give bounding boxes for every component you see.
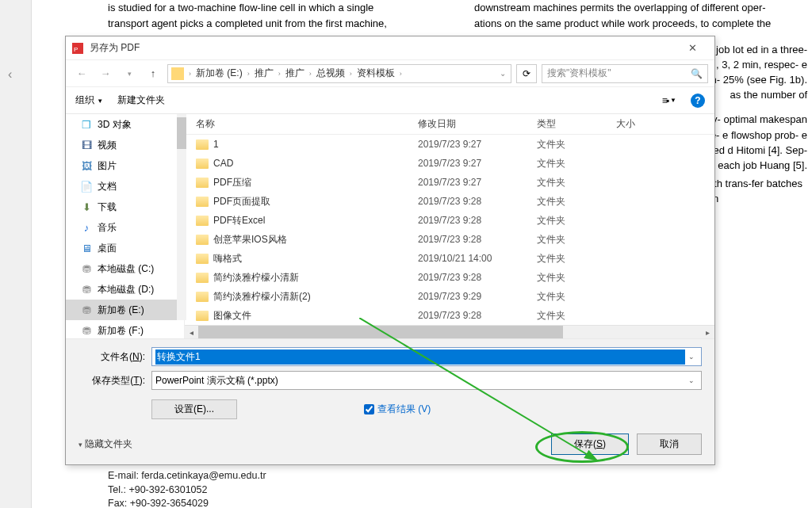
filename-input[interactable]: 转换文件1 ⌄ (151, 347, 702, 366)
doc-icon: 📄 (80, 180, 93, 193)
tree-label: 本地磁盘 (C:) (98, 262, 154, 276)
file-name: 图像文件 (213, 309, 251, 323)
col-name[interactable]: 名称 (196, 117, 418, 131)
file-row[interactable]: CAD2019/7/23 9:27文件夹 (185, 154, 714, 173)
save-as-dialog: P 另存为 PDF ✕ ← → ▾ ↑ › 新加卷 (E:)› 推广› 推广› … (65, 36, 715, 465)
bc-seg[interactable]: 新加卷 (E:) (193, 67, 246, 80)
tree-label: 3D 对象 (98, 118, 132, 132)
bg-text: is studied for a two-machine flow-line c… (108, 0, 457, 16)
tree-label: 音乐 (98, 221, 117, 235)
tree-item[interactable]: ⛃本地磁盘 (D:) (66, 279, 184, 300)
file-name: 简约淡雅柠檬小清新(2) (213, 290, 311, 304)
bc-seg[interactable]: 总视频 (313, 67, 348, 80)
tree-item[interactable]: 🎞视频 (66, 135, 184, 155)
nav-fwd-button[interactable]: → (96, 64, 115, 83)
film-icon: 🎞 (80, 139, 93, 151)
hide-folders-toggle[interactable]: 隐藏文件夹 (79, 437, 132, 451)
bc-seg[interactable]: 推广 (282, 67, 308, 80)
tree-item[interactable]: ⛃新加卷 (E:) (66, 300, 184, 320)
breadcrumb[interactable]: › 新加卷 (E:)› 推广› 推广› 总视频› 资料模板› ⌄ (167, 64, 511, 83)
tree-item[interactable]: ⬇下载 (66, 197, 184, 217)
filetype-select[interactable]: PowerPoint 演示文稿 (*.pptx) ⌄ (151, 371, 702, 390)
view-result-checkbox[interactable]: 查看结果 (V) (364, 403, 431, 416)
bc-seg[interactable]: 推广 (251, 67, 277, 80)
h-scrollbar[interactable]: ◂▸ (185, 325, 714, 338)
file-type: 文件夹 (537, 252, 616, 265)
filetype-label: 保存类型(T): (79, 374, 151, 388)
desktop-icon: 🖥 (80, 242, 93, 254)
tree-item[interactable]: ♪音乐 (66, 217, 184, 238)
file-type: 文件夹 (537, 138, 616, 151)
download-icon: ⬇ (80, 201, 93, 213)
tree-item[interactable]: 📄文档 (66, 176, 184, 197)
file-date: 2019/10/21 14:00 (418, 253, 537, 264)
search-icon: 🔍 (691, 68, 703, 79)
refresh-button[interactable]: ⟳ (516, 64, 537, 83)
file-row[interactable]: PDF压缩2019/7/23 9:27文件夹 (185, 173, 714, 192)
new-folder-button[interactable]: 新建文件夹 (117, 94, 165, 107)
view-mode-button[interactable]: ≡▪ ▼ (662, 95, 676, 106)
tree-label: 文档 (98, 180, 117, 193)
dialog-title: 另存为 PDF (90, 41, 676, 55)
search-placeholder: 搜索"资料模板" (547, 67, 611, 80)
file-date: 2019/7/23 9:28 (418, 310, 537, 321)
tree-item[interactable]: 🖥桌面 (66, 238, 184, 258)
help-button[interactable]: ? (691, 94, 705, 108)
file-name: PDF压缩 (213, 176, 251, 189)
settings-button[interactable]: 设置(E)... (151, 399, 237, 419)
organize-button[interactable]: 组织 ▼ (75, 94, 103, 107)
file-row[interactable]: PDF页面提取2019/7/23 9:28文件夹 (185, 192, 714, 211)
file-row[interactable]: 12019/7/23 9:27文件夹 (185, 135, 714, 154)
folder-icon (196, 311, 209, 321)
file-date: 2019/7/23 9:27 (418, 139, 537, 150)
file-name: 1 (213, 139, 219, 150)
close-button[interactable]: ✕ (676, 42, 708, 54)
file-date: 2019/7/23 9:28 (418, 272, 537, 283)
bg-tel: Tel.: +90-392-6301052 (108, 483, 266, 498)
tree-item[interactable]: ⛃本地磁盘 (C:) (66, 258, 184, 279)
nav-back-button[interactable]: ← (72, 64, 91, 83)
save-button[interactable]: 保存(S) (551, 434, 629, 455)
pdf-icon: P (72, 43, 83, 54)
file-name: 创意苹果IOS风格 (213, 233, 287, 246)
file-row[interactable]: 简约淡雅柠檬小清新2019/7/23 9:28文件夹 (185, 268, 714, 287)
file-date: 2019/7/23 9:28 (418, 234, 537, 245)
tree-label: 图片 (98, 159, 117, 173)
folder-icon (196, 139, 209, 150)
chevron-down-icon[interactable]: ⌄ (685, 353, 698, 361)
file-row[interactable]: 嗨格式2019/10/21 14:00文件夹 (185, 249, 714, 268)
file-row[interactable]: PDF转Excel2019/7/23 9:28文件夹 (185, 211, 714, 230)
music-icon: ♪ (80, 221, 93, 234)
file-row[interactable]: 创意苹果IOS风格2019/7/23 9:28文件夹 (185, 230, 714, 249)
file-name: 简约淡雅柠檬小清新 (213, 271, 299, 285)
tree-item[interactable]: 🖼图片 (66, 155, 184, 176)
drive-icon: ⛃ (80, 324, 93, 337)
file-type: 文件夹 (537, 309, 616, 323)
file-name: PDF转Excel (213, 214, 265, 227)
tree-label: 新加卷 (E:) (98, 304, 144, 317)
folder-icon (196, 216, 209, 226)
bc-seg[interactable]: 资料模板 (354, 67, 398, 80)
file-row[interactable]: 图像文件2019/7/23 9:28文件夹 (185, 306, 714, 325)
tree-item[interactable]: ❒3D 对象 (66, 114, 184, 135)
file-type: 文件夹 (537, 290, 616, 304)
folder-icon (196, 235, 209, 245)
tree-item[interactable]: ⛃新加卷 (F:) (66, 320, 184, 338)
cancel-button[interactable]: 取消 (637, 434, 702, 455)
search-input[interactable]: 搜索"资料模板" 🔍 (542, 64, 708, 83)
tree-scrollbar-thumb[interactable] (177, 117, 186, 149)
folder-icon (196, 273, 209, 283)
file-type: 文件夹 (537, 233, 616, 246)
drive-icon: ⛃ (80, 283, 93, 296)
tree-label: 视频 (98, 139, 117, 152)
cube-icon: ❒ (80, 118, 93, 131)
col-date[interactable]: 修改日期 (418, 117, 537, 131)
tree-label: 新加卷 (F:) (98, 324, 144, 338)
nav-up-button[interactable]: ↑ (144, 64, 163, 83)
col-type[interactable]: 类型 (537, 117, 616, 131)
bg-text: transport agent picks a completed unit f… (108, 16, 457, 32)
chevron-down-icon[interactable]: ⌄ (685, 376, 698, 384)
nav-recent-button[interactable]: ▾ (120, 64, 139, 83)
file-row[interactable]: 简约淡雅柠檬小清新(2)2019/7/23 9:29文件夹 (185, 287, 714, 306)
col-size[interactable]: 大小 (616, 117, 714, 131)
